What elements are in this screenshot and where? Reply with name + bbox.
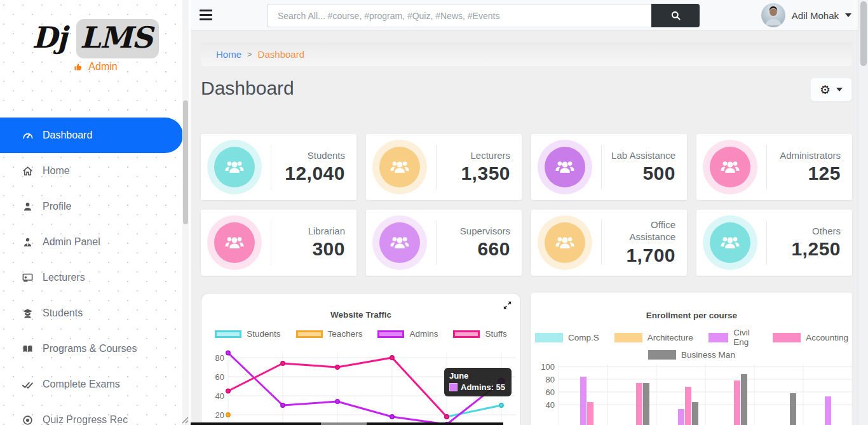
enrollment-card: Enrollment per course Comp.S Architectur… [531,293,852,425]
legend-item[interactable]: Stuffs [453,329,506,339]
users-icon [719,156,742,179]
sidebar-item-students[interactable]: Students [0,295,191,331]
sidebar-item-label: Quiz Progress Rec [43,414,128,425]
sidebar-item-complete-exams[interactable]: Complete Exams [0,367,191,402]
stat-card-lab-assistance: Lab Assistance500 [531,134,687,200]
legend-item[interactable]: Business Man [648,350,735,360]
horizontal-scrollbar[interactable] [191,422,503,425]
legend-item[interactable]: Comp.S [535,333,599,342]
legend-item[interactable]: Students [215,329,280,339]
stat-value: 500 [611,163,675,184]
website-traffic-card: Website Traffic Students Teachers Admins… [201,293,521,425]
tooltip-swatch [449,383,458,391]
gauge-icon [22,130,34,142]
resize-grip-icon[interactable] [182,415,189,425]
check-double-icon [22,379,34,391]
charts-row: Website Traffic Students Teachers Admins… [201,293,852,425]
sidebar-item-lecturers[interactable]: Lecturers [0,260,191,295]
legend-item[interactable]: Architecture [614,333,693,342]
thumbs-up-icon [73,62,84,72]
legend-item[interactable]: Teachers [296,329,363,339]
svg-text:60: 60 [215,372,224,382]
sidebar-menu: Dashboard Home Profile Admin Panel Lectu… [0,118,191,425]
legend-swatch [648,350,676,360]
content: Home > Dashboard Dashboard ⚙ Students12,… [191,30,868,425]
topbar: Adil Mohak [191,0,868,30]
sidebar-item-dashboard[interactable]: Dashboard [0,118,183,153]
legend-swatch [614,333,642,342]
expand-icon[interactable] [502,300,513,313]
brand-logo[interactable]: Dj LMS [0,20,191,55]
role-label-row: Admin [0,61,191,72]
stat-label: Lecturers [445,150,510,162]
stat-label: Office Assistance [611,219,675,243]
stat-value: 1,700 [611,245,675,266]
sidebar-item-label: Profile [43,201,71,212]
chart-title: Enrollment per course [531,311,852,320]
settings-dropdown-button[interactable]: ⚙ [810,78,852,102]
brand: Dj LMS Admin [0,0,191,97]
brand-prefix: Dj [32,20,67,55]
stat-card-librarian: Librarian300 [201,210,356,276]
sidebar-item-label: Lecturers [43,272,85,283]
legend-swatch [377,330,404,338]
sidebar-item-quiz-progress[interactable]: Quiz Progress Rec [0,402,191,425]
users-icon [553,231,576,254]
stat-card-lecturers: Lecturers1,350 [366,134,522,200]
stat-value: 660 [445,238,510,260]
stat-card-supervisors: Supervisors660 [366,210,522,276]
sidebar-item-admin-panel[interactable]: Admin Panel [0,224,191,260]
stat-card-students: Students12,040 [201,134,356,200]
legend-item[interactable]: Accounting [773,333,848,342]
sidebar-item-label: Complete Exams [43,379,120,390]
stat-card-administrators: Administrators125 [696,134,852,200]
bullseye-icon [22,414,34,425]
stat-label: Others [776,226,841,238]
svg-text:20: 20 [215,410,224,420]
stat-value: 12,040 [280,163,345,184]
legend-item[interactable]: Admins [377,329,438,339]
search-input[interactable] [267,4,651,27]
legend-swatch [453,330,480,338]
sidebar-item-label: Programs & Courses [43,343,137,354]
sidebar-scrollbar-thumb[interactable] [183,100,188,224]
stat-card-others: Others1,250 [696,210,852,276]
home-icon [22,165,34,177]
search-bar [267,4,700,27]
chalkboard-teacher-icon [22,272,34,284]
stat-label: Supervisors [445,226,510,238]
stat-label: Librarian [280,226,345,238]
page-title: Dashboard [201,78,294,99]
main-area: Adil Mohak Home > Dashboard Dashboard ⚙ … [191,0,868,425]
avatar [761,3,785,27]
legend-item[interactable]: Civil Eng [709,328,758,347]
sidebar-item-programs-courses[interactable]: Programs & Courses [0,331,191,367]
stat-label: Administrators [776,150,841,162]
gear-icon: ⚙ [820,84,831,96]
stats-row-2: Librarian300 Supervisors660 Office Assis… [201,210,852,276]
traffic-legend: Students Teachers Admins Stuffs [201,329,520,339]
chart-title: Website Traffic [201,310,520,320]
sidebar-item-home[interactable]: Home [0,153,191,189]
sidebar: Dj LMS Admin Dashboard Home Profile Admi… [0,0,191,425]
search-button[interactable] [651,4,700,27]
page-scrollbar[interactable] [858,0,868,425]
page-scrollbar-thumb[interactable] [860,1,867,66]
user-icon [22,201,34,213]
svg-text:80: 80 [546,375,555,384]
users-icon [388,231,411,254]
horizontal-scrollbar-thumb[interactable] [321,422,367,425]
chevron-down-icon [845,13,851,17]
breadcrumb: Home > Dashboard [201,42,852,66]
stat-value: 1,250 [776,238,841,260]
user-menu[interactable]: Adil Mohak [761,3,851,28]
sidebar-item-profile[interactable]: Profile [0,189,191,224]
legend-swatch [296,330,323,338]
svg-text:60: 60 [546,388,555,397]
users-icon [223,231,246,254]
legend-swatch [535,333,563,342]
stat-value: 300 [280,238,345,260]
hamburger-menu-icon[interactable] [200,10,212,23]
book-open-icon [22,343,34,355]
breadcrumb-home-link[interactable]: Home [216,49,241,60]
